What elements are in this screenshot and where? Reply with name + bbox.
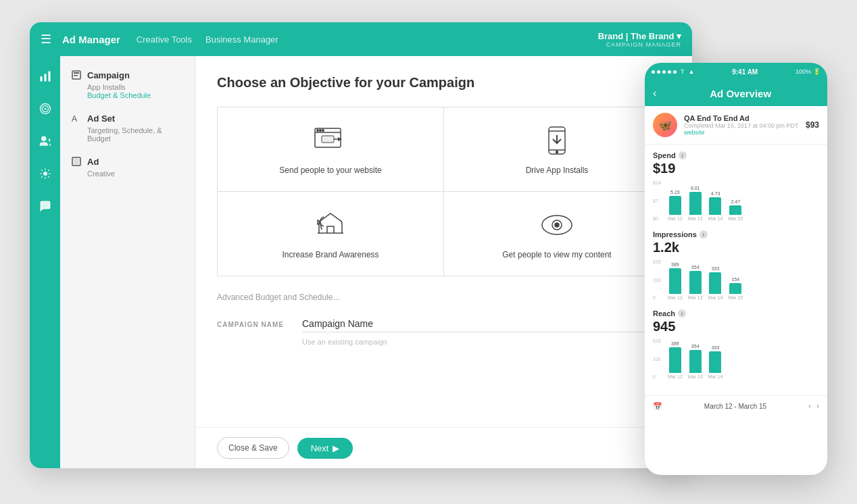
- sidebar-analytics-icon[interactable]: [36, 67, 55, 86]
- ad-link[interactable]: website: [684, 129, 799, 136]
- hamburger-icon[interactable]: ☰: [41, 32, 51, 47]
- spend-bar-1: 5.23 Mar 12: [668, 190, 683, 221]
- impressions-chart: 633 316 0 389 Mar 12 354 Mar: [653, 259, 819, 300]
- icon-sidebar: [30, 56, 60, 468]
- sidebar-settings-icon[interactable]: [36, 164, 55, 183]
- brandawareness-objective-icon: [310, 208, 351, 242]
- reach-section: Reach i 945 633 316 0 389 Mar 12: [653, 309, 819, 379]
- step-campaign[interactable]: Campaign App Installs Budget & Schedule: [71, 70, 184, 99]
- impressions-info-icon[interactable]: i: [700, 230, 708, 238]
- reach-label: Reach i: [653, 309, 819, 318]
- next-arrow-icon: ▶: [333, 443, 339, 453]
- spend-section: Spend i $19 $14 $7 $0 5.23 Mar 12: [653, 151, 819, 221]
- reach-axis-bot: 0: [653, 374, 661, 379]
- svg-point-15: [317, 130, 318, 131]
- reach-bar-3-val: 333: [712, 345, 720, 350]
- reach-bar-1-rect: [669, 347, 681, 373]
- mobile-stats: Spend i $19 $14 $7 $0 5.23 Mar 12: [645, 145, 827, 395]
- reach-bar-3-date: Mar 14: [708, 374, 723, 379]
- campaign-name-hint[interactable]: Use an existing campaign: [217, 338, 670, 346]
- impressions-bars: 389 Mar 12 354 Mar 13 333 Mar 14: [668, 259, 819, 300]
- imp-bar-3-val: 333: [712, 266, 720, 271]
- brand-name: Brand | The Brand ▾: [598, 31, 681, 41]
- content-area: Choose an Objective for your Campaign: [195, 56, 692, 468]
- campaign-name-label: CAMPAIGN NAME: [217, 321, 291, 328]
- impressions-axis-mid: 316: [653, 278, 661, 282]
- svg-rect-18: [322, 136, 334, 143]
- reach-info-icon[interactable]: i: [678, 309, 686, 318]
- mobile-ad-card: 🦋 QA End To End Ad Completed Mar 15, 201…: [645, 106, 827, 145]
- next-date-arrow[interactable]: ›: [816, 401, 819, 411]
- reach-bar-2: 354 Mar 13: [688, 344, 703, 379]
- spend-bar-1-rect: [669, 196, 681, 215]
- impressions-section: Impressions i 1.2k 633 316 0 389 Mar 12: [653, 230, 819, 300]
- reach-bar-2-rect: [689, 350, 702, 373]
- objective-website[interactable]: Send people to your website: [218, 107, 443, 191]
- step-adset[interactable]: A Ad Set Targeting, Schedule, & Budget: [71, 113, 184, 143]
- creative-tools-link[interactable]: Creative Tools: [137, 34, 192, 45]
- wifi-icon: ▲: [689, 68, 695, 75]
- brandawareness-objective-label: Increase Brand Awareness: [282, 250, 378, 259]
- desktop-mockup: ☰ Ad Manager Creative Tools Business Man…: [30, 22, 692, 468]
- objective-brandawareness[interactable]: Increase Brand Awareness: [218, 192, 443, 276]
- imp-bar-1-date: Mar 12: [668, 295, 683, 300]
- date-range-label: March 12 - March 15: [704, 403, 766, 410]
- campaign-step-icon: [71, 70, 82, 80]
- adset-step-title: Ad Set: [87, 114, 115, 124]
- sidebar-users-icon[interactable]: [36, 132, 55, 151]
- impressions-axis-bot: 0: [653, 295, 661, 300]
- battery-icon: 🔋: [813, 68, 821, 75]
- date-nav-arrows: ‹ ›: [808, 401, 819, 411]
- content-footer: Close & Save Next ▶: [195, 427, 692, 468]
- impressions-axis-top: 633: [653, 259, 661, 264]
- reach-bar-2-date: Mar 13: [688, 374, 703, 379]
- campaign-sub2[interactable]: Budget & Schedule: [71, 91, 184, 99]
- imp-bar-2-date: Mar 13: [688, 295, 703, 300]
- campaign-sub1: App Installs: [71, 83, 184, 91]
- objective-grid: Send people to your website: [217, 107, 670, 276]
- next-button[interactable]: Next ▶: [297, 438, 353, 459]
- ad-spend: $93: [806, 120, 819, 130]
- step-ad[interactable]: Ad Creative: [71, 156, 184, 178]
- ad-name: QA End To End Ad: [684, 114, 799, 122]
- reach-value: 945: [653, 319, 819, 334]
- imp-bar-4: 154 Mar 15: [728, 277, 743, 300]
- imp-bar-1-val: 389: [671, 262, 679, 267]
- campaign-name-row: CAMPAIGN NAME: [217, 316, 670, 332]
- business-manager-link[interactable]: Business Manager: [205, 34, 278, 45]
- signal-dot-5: [673, 70, 677, 74]
- reach-chart: 633 316 0 389 Mar 12 354 Mar: [653, 338, 819, 379]
- battery-label: 100%: [795, 68, 811, 75]
- reach-bar-1-val: 389: [671, 341, 679, 346]
- viewcontent-objective-icon: [537, 208, 577, 242]
- imp-bar-1: 389 Mar 12: [668, 262, 683, 300]
- svg-point-5: [44, 108, 46, 110]
- svg-rect-0: [40, 76, 42, 82]
- objective-appinstalls[interactable]: Drive App Installs: [444, 107, 670, 191]
- spend-info-icon[interactable]: i: [679, 151, 687, 159]
- main-area: Campaign App Installs Budget & Schedule …: [30, 56, 692, 468]
- spend-bar-2-val: 6.01: [691, 186, 700, 191]
- campaign-name-input[interactable]: [302, 316, 670, 332]
- back-button[interactable]: ‹: [653, 87, 656, 99]
- spend-bar-4-val: 2.47: [731, 199, 740, 204]
- imp-bar-3-rect: [709, 272, 721, 294]
- sidebar-target-icon[interactable]: [36, 99, 55, 118]
- ad-date: Completed Mar 15, 2017 at 04:00 pm PDT: [684, 122, 799, 129]
- prev-date-arrow[interactable]: ‹: [808, 401, 811, 411]
- svg-point-21: [556, 151, 558, 153]
- imp-bar-4-date: Mar 15: [728, 295, 743, 300]
- brand-info[interactable]: Brand | The Brand ▾ CAMPAIGN MANAGER: [598, 31, 681, 48]
- sidebar-chat-icon[interactable]: [36, 197, 55, 216]
- ad-sub1: Creative: [71, 170, 184, 178]
- adset-step-icon: A: [71, 113, 82, 124]
- close-save-button[interactable]: Close & Save: [217, 437, 289, 459]
- carrier-label: T: [681, 68, 685, 75]
- advanced-budget-link[interactable]: Advanced Budget and Schedule...: [217, 293, 670, 302]
- reach-bar-3: 333 Mar 14: [708, 345, 723, 379]
- impressions-value: 1.2k: [653, 240, 819, 255]
- spend-bar-1-val: 5.23: [670, 190, 680, 195]
- viewcontent-objective-label: Get people to view my content: [502, 250, 611, 259]
- objective-viewcontent[interactable]: Get people to view my content: [444, 192, 670, 276]
- spend-label: Spend i: [653, 151, 819, 159]
